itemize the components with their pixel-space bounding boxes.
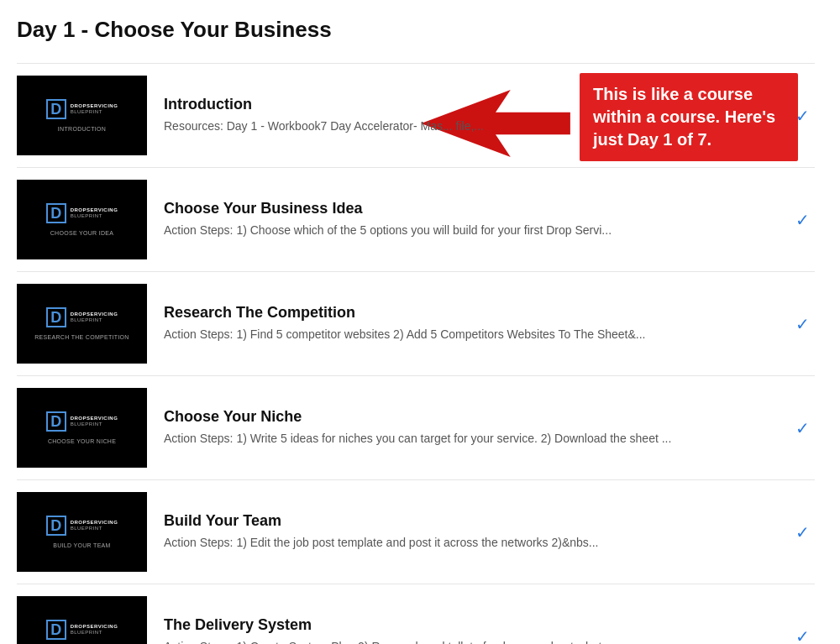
course-content: Choose Your Niche Action Steps: 1) Write…	[164, 408, 781, 448]
completed-check-icon: ✓	[790, 314, 815, 334]
course-title: Build Your Team	[164, 512, 781, 530]
course-desc: Action Steps: 1) Find 5 competitor websi…	[164, 327, 781, 343]
brand-d-icon: D	[46, 203, 66, 223]
list-item[interactable]: D DROPSERVICING BLUEPRINT INTRODUCTION I…	[17, 63, 815, 168]
list-item[interactable]: D DROPSERVICING BLUEPRINT THE DELIVERY S…	[17, 584, 815, 644]
list-item[interactable]: D DROPSERVICING BLUEPRINT CHOOSE YOUR ID…	[17, 168, 815, 272]
thumbnail: D DROPSERVICING BLUEPRINT THE DELIVERY S…	[17, 596, 147, 644]
brand-d-icon: D	[46, 411, 66, 432]
completed-check-icon: ✓	[790, 418, 815, 438]
list-item[interactable]: D DROPSERVICING BLUEPRINT BUILD YOUR TEA…	[17, 480, 815, 584]
course-title: Introduction	[164, 96, 781, 113]
course-content: The Delivery System Action Steps: 1) Cre…	[164, 616, 781, 644]
course-desc: Action Steps: 1) Create System Plan 2) R…	[164, 639, 781, 644]
course-title: Choose Your Niche	[164, 408, 781, 426]
course-content: Introduction Resources: Day 1 - Workbook…	[164, 96, 781, 135]
completed-check-icon: ✓	[790, 210, 815, 230]
brand-d-icon: D	[46, 307, 66, 327]
course-title: The Delivery System	[164, 616, 781, 634]
course-content: Build Your Team Action Steps: 1) Edit th…	[164, 512, 781, 552]
course-desc: Resources: Day 1 - Workbook7 Day Acceler…	[164, 118, 781, 135]
brand-d-icon: D	[46, 620, 66, 640]
completed-check-icon: ✓	[790, 626, 815, 645]
page-wrapper: Day 1 - Choose Your Business This is lik…	[0, 0, 840, 644]
course-desc: Action Steps: 1) Choose which of the 5 o…	[164, 223, 781, 239]
course-list: D DROPSERVICING BLUEPRINT INTRODUCTION I…	[17, 63, 815, 644]
course-title: Choose Your Business Idea	[164, 200, 781, 217]
day1-header: Day 1 - Choose Your Business	[17, 17, 815, 50]
thumbnail: D DROPSERVICING BLUEPRINT INTRODUCTION	[17, 76, 147, 155]
thumbnail: D DROPSERVICING BLUEPRINT RESEARCH THE C…	[17, 284, 147, 364]
course-content: Research The Competition Action Steps: 1…	[164, 304, 781, 343]
course-desc: Action Steps: 1) Write 5 ideas for niche…	[164, 431, 781, 448]
brand-d-icon: D	[46, 516, 66, 536]
completed-check-icon: ✓	[790, 522, 815, 542]
completed-check-icon: ✓	[790, 106, 815, 126]
brand-d-icon: D	[46, 99, 66, 119]
course-title: Research The Competition	[164, 304, 781, 322]
course-content: Choose Your Business Idea Action Steps: …	[164, 200, 781, 239]
list-item[interactable]: D DROPSERVICING BLUEPRINT CHOOSE YOUR NI…	[17, 376, 815, 480]
thumbnail: D DROPSERVICING BLUEPRINT BUILD YOUR TEA…	[17, 492, 147, 572]
thumbnail: D DROPSERVICING BLUEPRINT CHOOSE YOUR NI…	[17, 388, 147, 468]
list-item[interactable]: D DROPSERVICING BLUEPRINT RESEARCH THE C…	[17, 272, 815, 376]
thumbnail: D DROPSERVICING BLUEPRINT CHOOSE YOUR ID…	[17, 180, 147, 259]
course-desc: Action Steps: 1) Edit the job post templ…	[164, 535, 781, 552]
